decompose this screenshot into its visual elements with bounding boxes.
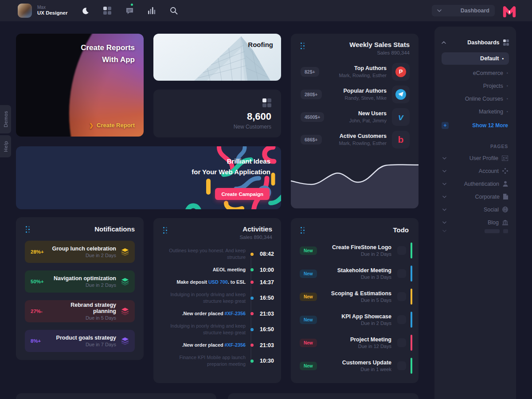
notifications-card: Notifications 28%+ Group lunch celebrati… — [16, 217, 144, 360]
brand-logo-icon[interactable] — [503, 4, 516, 17]
user-icon — [503, 181, 508, 187]
sidebar-item-corporate[interactable]: Corporate — [434, 190, 516, 203]
todo-checkbox[interactable] — [397, 292, 406, 301]
chevron-down-icon — [442, 221, 446, 224]
todo-item[interactable]: New Stakeholder Meeting Due in 3 Days — [300, 265, 412, 282]
drag-dots-icon[interactable] — [26, 226, 30, 233]
amount-badge: 82$+ — [301, 67, 319, 77]
activities-card: Activities Sales 890,344 Outlines keep y… — [153, 218, 281, 383]
weekly-sales-title: Weekly Sales Stats — [349, 41, 410, 48]
new-customers-card: 8,600 New Customers — [153, 90, 281, 137]
dashboards-header: Dashboards — [467, 39, 499, 46]
demos-side-tab[interactable]: Demos — [0, 105, 11, 133]
sidebar-item-social[interactable]: Social — [434, 203, 516, 216]
todo-checkbox[interactable] — [397, 315, 406, 324]
dashboard-dropdown[interactable]: Dashboard — [432, 5, 495, 16]
grid-squares-icon — [262, 98, 271, 107]
sidebar-item-marketing[interactable]: Marketing — [434, 105, 516, 118]
activity-row[interactable]: .New order placed #XF-2356 21:03 — [160, 310, 274, 317]
layers-icon — [121, 278, 129, 286]
show-more-link[interactable]: + Show 12 More — [442, 119, 508, 132]
create-campaign-button[interactable]: Create Campaign — [215, 188, 270, 200]
chevron-up-icon[interactable] — [442, 41, 446, 44]
help-side-tab[interactable]: Help — [0, 135, 11, 157]
activity-row[interactable]: .New order placed #XF-2356 21:03 — [160, 342, 274, 348]
priority-bar — [411, 312, 412, 328]
timeline-dot — [250, 344, 254, 347]
sales-stat-row[interactable]: 280$+ Popular Authors Randy, Steve, Mike — [301, 85, 410, 104]
drag-dots-icon[interactable] — [301, 43, 305, 49]
sidebar-item-authentication[interactable]: Authentication — [434, 177, 516, 190]
create-reports-card: Create Reports With App ❯ Create Report — [16, 34, 144, 137]
activity-row[interactable]: Outlines keep you honest. And keep struc… — [160, 247, 274, 261]
sidebar-item-default[interactable]: Default — [442, 52, 509, 65]
stats-bars-icon[interactable] — [147, 6, 156, 15]
sales-stat-row[interactable]: 686$+ Active Customers Mark, Rowling, Es… — [301, 130, 410, 149]
sidebar-item-user-profile[interactable]: User Profile — [434, 152, 516, 164]
todo-item[interactable]: New Scoping & Estimations Due in 5 Days — [300, 288, 412, 305]
new-badge: New — [300, 362, 317, 370]
user-role: UX Designer — [37, 10, 67, 16]
new-badge: New — [300, 316, 317, 324]
top-navbar: Max UX Designer Dashboard — [0, 0, 532, 21]
campaign-banner: Brilliant Ideas for Your Web Application… — [16, 146, 281, 209]
todo-item[interactable]: New Create FireStone Logo Due in 2 Days — [300, 242, 412, 259]
todo-checkbox[interactable] — [397, 361, 406, 370]
weekly-sales-subtitle: Sales 890,344 — [349, 50, 410, 55]
priority-bar — [411, 335, 412, 351]
sidebar-item-ecommerce[interactable]: eCommerce — [434, 66, 516, 79]
activity-row[interactable]: Finance KPI Mobile app launch preparion … — [160, 354, 274, 368]
percent-change: 8%+ — [31, 338, 51, 344]
activity-row[interactable]: Make deposit USD 700. to ESL 14:37 — [160, 279, 274, 286]
sidebar-item-online-courses[interactable]: Online Courses — [434, 92, 516, 105]
plus-icon: + — [442, 122, 449, 129]
new-badge: New — [300, 270, 317, 278]
notifications-title: Notifications — [94, 225, 135, 233]
chat-icon[interactable] — [125, 6, 134, 15]
notification-item[interactable]: 50%+ Navigation optimization Due in 2 Da… — [25, 270, 135, 293]
activity-row[interactable]: AEOL meeting 10:00 — [160, 266, 274, 273]
sidebar-item-projects[interactable]: Projects — [434, 79, 516, 92]
document-icon — [503, 194, 508, 200]
new-badge: New — [300, 246, 317, 255]
todo-item[interactable]: New KPI App Showcase Due in 2 Days — [300, 311, 412, 328]
priority-bar — [411, 289, 412, 305]
roofing-title: Roofing — [248, 41, 273, 48]
todo-checkbox[interactable] — [397, 338, 406, 347]
sidebar-item-account[interactable]: Account — [434, 164, 516, 177]
timeline-dot — [250, 360, 254, 363]
dark-mode-moon-icon[interactable] — [81, 6, 90, 15]
timeline-dot — [250, 281, 254, 284]
roofing-card[interactable]: Roofing — [153, 34, 281, 81]
percent-change: 27%- — [31, 309, 50, 314]
todo-item[interactable]: New Customers Update Due in 1 week — [300, 357, 412, 374]
sales-stat-row[interactable]: 82$+ Top Authors Mark, Rowling, Esther P — [301, 62, 410, 81]
activity-row[interactable]: Indulging in poorly driving and keep str… — [160, 291, 274, 305]
sidebar-item-blog[interactable]: Blog — [434, 216, 516, 229]
create-report-link[interactable]: ❯ Create Report — [89, 122, 135, 129]
drag-dots-icon[interactable] — [163, 227, 167, 234]
new-badge: New — [300, 339, 317, 347]
beats-icon: b — [392, 131, 410, 149]
id-card-icon — [502, 156, 508, 161]
apps-grid-icon[interactable] — [103, 6, 112, 15]
dashboards-grid-icon[interactable] — [503, 39, 509, 46]
search-icon[interactable] — [169, 6, 178, 15]
todo-checkbox[interactable] — [397, 246, 406, 255]
notification-item[interactable]: 27%- Rebrand strategy planning Due in 5 … — [25, 300, 135, 322]
producthunt-icon: P — [392, 63, 410, 81]
notification-item[interactable]: 28%+ Group lunch celebration Due in 2 Da… — [25, 241, 135, 263]
drag-dots-icon[interactable] — [301, 227, 305, 234]
timeline-dot — [250, 312, 254, 315]
chevron-down-icon — [437, 9, 442, 12]
sales-area-chart — [291, 155, 419, 208]
todo-item[interactable]: New Project Meeting Due in 12 Days — [300, 334, 412, 351]
sales-stat-row[interactable]: 4500$+ New Users John, Pat, Jimmy v — [301, 107, 410, 126]
activity-row[interactable]: Indulging in poorly driving and keep str… — [160, 323, 274, 336]
chevron-right-icon: ❯ — [89, 122, 94, 129]
partial-card — [228, 393, 419, 399]
todo-checkbox[interactable] — [397, 269, 406, 278]
notification-item[interactable]: 8%+ Product goals strategy Due in 7 Days — [25, 330, 135, 352]
priority-bar — [411, 243, 412, 258]
avatar[interactable] — [18, 4, 32, 18]
